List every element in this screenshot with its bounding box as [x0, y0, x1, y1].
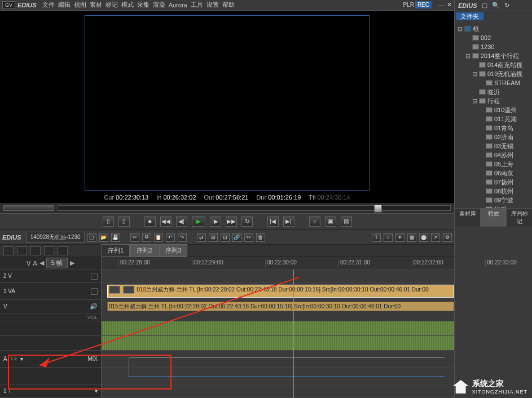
track-lane-va1-audio[interactable]: 015兰州威力狮-兰州 TL [In:00:22:28:02 Out:00:22…	[102, 300, 454, 313]
play-icon[interactable]: ▶	[192, 216, 205, 227]
bin-node[interactable]: STREAM	[456, 78, 531, 87]
tool-magnet-icon[interactable]	[58, 246, 68, 255]
tab-sequence-2[interactable]: 序列2	[130, 244, 159, 257]
close-icon[interactable]: ✕	[447, 1, 452, 8]
bin-node[interactable]: 临沂	[456, 87, 531, 96]
undo-icon[interactable]: ↶	[166, 233, 175, 242]
timeline-zoom-control[interactable]: VA ◀ 5 帧 ▶	[0, 257, 102, 269]
snap-icon[interactable]: ⊞	[209, 233, 218, 242]
timeline-sequence-name[interactable]: 140928无机油-1230	[27, 232, 85, 243]
menu-capture[interactable]: 采集	[137, 1, 150, 9]
bin-node[interactable]: 02济南	[456, 132, 531, 141]
menu-aurora[interactable]: Aurora	[169, 2, 187, 8]
copy-icon[interactable]: ⧉	[142, 233, 151, 242]
menu-help[interactable]: 帮助	[222, 1, 235, 9]
bin-node[interactable]: 04苏州	[456, 151, 531, 160]
tool-hand-icon[interactable]	[30, 246, 41, 255]
clip-va1-audio[interactable]: 015兰州威力狮-兰州 TL [In:00:22:28:02 Out:00:22…	[107, 302, 454, 311]
playhead[interactable]	[293, 269, 294, 398]
track-head-vol[interactable]: VOL	[0, 313, 101, 321]
bin-node[interactable]: ⊟行程	[456, 96, 531, 105]
bin-search-icon[interactable]: 🔍	[492, 2, 500, 9]
next-frame-icon[interactable]: |▶	[210, 216, 221, 227]
zoom-level[interactable]: 5 帧	[46, 258, 68, 268]
track-lane-v2[interactable]	[102, 269, 454, 283]
replace-icon[interactable]: ▤	[341, 216, 352, 227]
menu-settings[interactable]: 设置	[206, 1, 219, 9]
title-icon[interactable]: T	[372, 233, 381, 242]
menu-tools[interactable]: 工具	[191, 1, 203, 9]
menu-edit[interactable]: 编辑	[58, 1, 71, 9]
prev-frame-icon[interactable]: ◀|	[176, 216, 187, 227]
track-lane-a1-upper[interactable]	[102, 351, 454, 368]
loop-icon[interactable]: ↻	[241, 216, 253, 227]
cut-icon[interactable]: ✂	[130, 233, 139, 242]
bin-node[interactable]: 07扬州	[456, 178, 531, 187]
track-lane-a1-lower[interactable]	[102, 368, 454, 384]
tab-sequence-1[interactable]: 序列1	[102, 244, 130, 257]
delete-icon[interactable]: 🗑	[256, 233, 265, 242]
bin-folder-icon[interactable]: ▢	[482, 2, 487, 9]
insert-icon[interactable]: ⎀	[309, 216, 320, 227]
track-lane-va1-video[interactable]: 015兰州威力狮-兰州 TL [In:00:22:28:02 Out:00:22…	[102, 283, 454, 300]
stop-icon[interactable]: ■	[144, 216, 156, 227]
bin-node[interactable]: 05上海	[456, 160, 531, 169]
bin-node[interactable]: 1230	[456, 42, 531, 51]
menu-mode[interactable]: 模式	[121, 1, 134, 9]
track-head-va1-audio[interactable]: V🔊	[0, 300, 101, 313]
bin-node[interactable]: 03无锡	[456, 141, 531, 151]
speaker-icon[interactable]: 🔊	[90, 303, 98, 310]
zoom-in-icon[interactable]: ▶	[70, 259, 74, 267]
bin-node[interactable]: 06南京	[456, 169, 531, 178]
track-lane-audio-wave2[interactable]	[102, 336, 454, 351]
export-icon[interactable]: ↗	[431, 233, 440, 242]
paste-icon[interactable]: 📋	[154, 233, 163, 242]
track-lane-vol[interactable]	[102, 313, 454, 321]
link-icon[interactable]: 🔗	[232, 233, 241, 242]
scrub-track[interactable]	[58, 205, 451, 211]
overwrite-icon[interactable]: ▣	[325, 216, 336, 227]
bin-node[interactable]: 08杭州	[456, 187, 531, 196]
bin-tab-markers[interactable]: 序列标记	[507, 209, 532, 227]
timeline-ruler[interactable]: 00:22:28:00 00:22:29:00 00:22:30:00 00:2…	[102, 257, 454, 269]
fast-forward-icon[interactable]: ▶▶	[226, 216, 237, 227]
minimize-icon[interactable]: —	[438, 2, 445, 8]
bin-tab-folder[interactable]: 文件夹	[456, 12, 483, 20]
bin-root[interactable]: ⊟根	[456, 24, 531, 33]
bin-node[interactable]: 01青岛	[456, 123, 531, 132]
redo-icon[interactable]: ↷	[178, 233, 187, 242]
new-sequence-icon[interactable]: ▢	[87, 233, 96, 242]
next-edit-icon[interactable]: ▶[	[283, 216, 294, 227]
menu-marker[interactable]: 标记	[105, 1, 118, 9]
tool-razor-icon[interactable]	[17, 246, 27, 255]
menu-file[interactable]: 文件	[42, 1, 55, 9]
zoom-out-icon[interactable]: ◀	[39, 259, 44, 267]
track-lane-audio-wave1[interactable]	[102, 321, 454, 336]
menu-render[interactable]: 渲染	[153, 1, 165, 9]
audio-icon[interactable]: ♪	[384, 233, 393, 242]
mode-rec[interactable]: REC	[415, 1, 432, 8]
group-icon[interactable]: ⊡	[221, 233, 230, 242]
track-head-audio1[interactable]	[0, 321, 101, 336]
bin-node[interactable]: 010温州	[456, 105, 531, 114]
bin-refresh-icon[interactable]: ↻	[504, 2, 509, 9]
open-icon[interactable]: 📂	[99, 233, 108, 242]
effect-icon[interactable]: ✦	[395, 233, 405, 242]
settings-icon[interactable]: ⚙	[443, 233, 452, 242]
bin-node[interactable]: 011芜湖	[456, 114, 531, 123]
preview-viewport[interactable]	[85, 15, 370, 191]
bin-node[interactable]: ⊟2014整个行程	[456, 51, 531, 60]
bin-node[interactable]: ⊟019无机油视	[456, 69, 531, 78]
track-head-v2[interactable]: 2 V	[0, 269, 101, 283]
prev-edit-icon[interactable]: ]◀	[267, 216, 279, 227]
track-head-audio2[interactable]	[0, 336, 101, 351]
mode-plr[interactable]: PLR	[403, 2, 414, 8]
track-head-va1[interactable]: 1 VA	[0, 283, 101, 300]
tab-sequence-3[interactable]: 序列3	[159, 244, 187, 257]
shuttle-control[interactable]	[3, 205, 54, 211]
track-lane-t1[interactable]	[102, 384, 454, 398]
timeline-content[interactable]: 015兰州威力狮-兰州 TL [In:00:22:28:02 Out:00:22…	[102, 269, 454, 398]
split-icon[interactable]: ✂	[244, 233, 253, 242]
bin-node[interactable]: 002	[456, 33, 531, 42]
set-in-icon[interactable]: ▯	[103, 216, 114, 227]
